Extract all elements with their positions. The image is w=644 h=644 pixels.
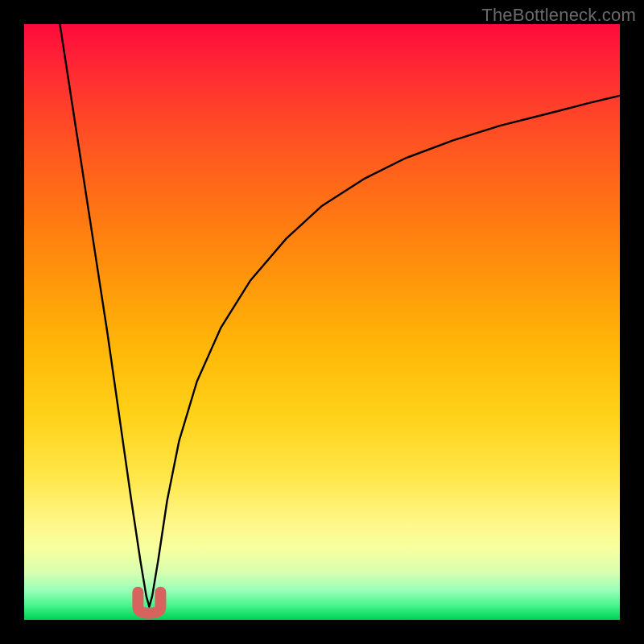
watermark-text: TheBottleneck.com [481, 5, 636, 26]
minimum-marker-path [138, 592, 160, 613]
outer-frame: TheBottleneck.com [0, 0, 644, 644]
curve-svg [24, 24, 620, 620]
bottleneck-curve-path [60, 24, 620, 607]
plot-area [24, 24, 620, 620]
